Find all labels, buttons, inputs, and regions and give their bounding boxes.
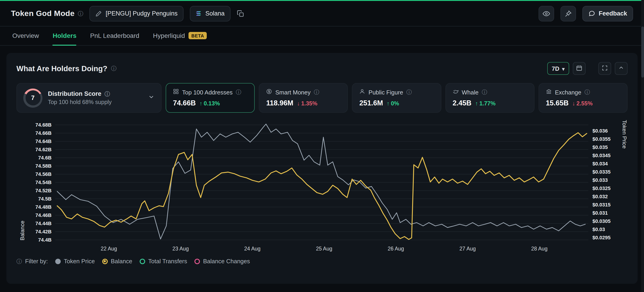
tab-pnl-leaderboard[interactable]: PnL Leaderboard	[90, 26, 139, 46]
chart-canvas[interactable]: 74.68B74.66B74.64B74.62B74.6B74.58B74.56…	[16, 116, 628, 256]
chevron-down-icon[interactable]	[148, 94, 155, 102]
info-icon[interactable]	[314, 90, 319, 95]
expand-icon	[602, 64, 608, 72]
metric-cards-row: 7 Distribution Score Top 100 hold 68% su…	[16, 83, 628, 113]
svg-text:27 Aug: 27 Aug	[460, 246, 476, 252]
svg-text:25 Aug: 25 Aug	[316, 246, 332, 252]
balance-radio-icon	[102, 258, 108, 264]
metric-change: ↓2.55%	[572, 100, 593, 107]
collapse-button[interactable]	[615, 62, 628, 75]
chevron-down-icon	[562, 65, 564, 72]
info-icon[interactable]	[78, 11, 83, 16]
svg-text:$0.035: $0.035	[592, 144, 608, 150]
total-transfers-ring-icon	[140, 258, 145, 264]
token-selector-label: [PENGU] Pudgy Penguins	[106, 10, 178, 17]
calendar-button[interactable]	[573, 62, 586, 75]
svg-text:74.5B: 74.5B	[38, 196, 52, 202]
pin-icon	[564, 10, 572, 17]
metric-card-whale[interactable]: Whale 2.45B ↑1.77%	[445, 83, 534, 113]
metric-value: 15.65B	[546, 99, 569, 107]
distribution-score-value: 7	[25, 90, 40, 106]
info-icon[interactable]	[584, 90, 590, 95]
svg-text:$0.034: $0.034	[592, 161, 608, 166]
scrollbar-thumb[interactable]	[641, 26, 644, 78]
left-axis-title: Balance	[19, 120, 26, 240]
svg-text:74.44B: 74.44B	[35, 220, 52, 226]
person-icon	[360, 88, 365, 96]
info-icon[interactable]	[406, 90, 412, 95]
feedback-button[interactable]: Feedback	[582, 6, 633, 21]
tab-overview[interactable]: Overview	[12, 26, 39, 46]
svg-text:$0.0355: $0.0355	[592, 136, 611, 142]
scrollbar[interactable]	[641, 0, 644, 292]
chain-selector-button[interactable]: Solana	[190, 6, 230, 21]
chat-bubble-icon	[588, 10, 595, 17]
svg-text:74.46B: 74.46B	[35, 212, 52, 218]
pin-button[interactable]	[560, 6, 576, 21]
metric-card-public-figure[interactable]: Public Figure 251.6M ↑0%	[352, 83, 441, 113]
top100-grid-icon	[173, 88, 179, 96]
info-icon[interactable]	[482, 90, 487, 95]
app: Token God Mode [PENGU] Pudgy Penguins	[0, 0, 644, 292]
panel-header: What Are Holders Doing? 7D	[16, 62, 628, 75]
pencil-icon	[96, 10, 102, 17]
svg-text:74.48B: 74.48B	[35, 204, 52, 210]
svg-text:$0.036: $0.036	[592, 128, 608, 134]
distribution-score-subtitle: Top 100 hold 68% supply	[48, 99, 112, 106]
token-selector-button[interactable]: [PENGU] Pudgy Penguins	[90, 6, 184, 21]
distribution-score-card[interactable]: 7 Distribution Score Top 100 hold 68% su…	[16, 83, 162, 113]
copy-address-icon[interactable]	[237, 10, 244, 17]
svg-text:74.62B: 74.62B	[35, 147, 52, 152]
legend-total-transfers[interactable]: Total Transfers	[140, 258, 187, 264]
tab-hyperliquid[interactable]: Hyperliquid BETA	[153, 26, 207, 46]
svg-text:74.52B: 74.52B	[35, 188, 52, 194]
svg-text:74.4B: 74.4B	[38, 237, 52, 243]
bank-icon	[546, 88, 552, 96]
svg-text:$0.0295: $0.0295	[592, 235, 611, 240]
distribution-score-gauge: 7	[23, 88, 42, 108]
info-icon[interactable]	[236, 90, 241, 95]
filter-by-label: Filter by:	[25, 258, 48, 264]
info-icon[interactable]	[104, 91, 110, 96]
legend-token-price[interactable]: Token Price	[55, 258, 95, 264]
chart-filter-legend: Filter by: Token Price Balance Total Tra…	[16, 258, 628, 264]
watch-button[interactable]	[538, 6, 554, 21]
info-icon[interactable]	[16, 258, 22, 264]
calendar-icon	[576, 64, 582, 72]
svg-text:$0.033: $0.033	[592, 177, 608, 183]
svg-text:74.66B: 74.66B	[35, 130, 52, 136]
tab-holders[interactable]: Holders	[53, 26, 76, 46]
metric-card-exchange[interactable]: Exchange 15.65B ↓2.55%	[538, 83, 628, 113]
metric-change: ↑0%	[386, 100, 399, 107]
fullscreen-button[interactable]	[598, 62, 611, 75]
svg-text:74.68B: 74.68B	[35, 122, 52, 128]
distribution-score-title: Distribution Score	[48, 90, 101, 97]
eye-icon	[542, 10, 550, 17]
svg-text:28 Aug: 28 Aug	[531, 246, 548, 252]
legend-balance[interactable]: Balance	[102, 258, 132, 264]
metric-card-top-100-addresses[interactable]: Top 100 Addresses 74.66B ↑0.13%	[166, 83, 255, 113]
metric-card-smart-money[interactable]: Smart Money 118.96M ↓1.35%	[259, 83, 348, 113]
beta-badge: BETA	[188, 32, 207, 39]
timeframe-value: 7D	[552, 65, 559, 72]
svg-text:74.54B: 74.54B	[35, 180, 52, 185]
metric-value: 251.6M	[360, 99, 383, 107]
svg-text:$0.032: $0.032	[592, 194, 608, 200]
solana-icon	[196, 11, 202, 16]
timeframe-select[interactable]: 7D	[547, 62, 569, 75]
svg-text:23 Aug: 23 Aug	[172, 246, 189, 252]
holders-balance-price-chart[interactable]: 74.68B74.66B74.64B74.62B74.6B74.58B74.56…	[16, 116, 628, 256]
legend-balance-changes[interactable]: Balance Changes	[194, 258, 250, 264]
svg-text:$0.0315: $0.0315	[592, 202, 611, 208]
svg-text:$0.0305: $0.0305	[592, 218, 611, 224]
coin-icon	[266, 88, 272, 96]
svg-text:74.6B: 74.6B	[38, 155, 52, 160]
svg-text:74.42B: 74.42B	[35, 229, 52, 234]
page-title: Token God Mode	[11, 9, 74, 18]
svg-text:74.56B: 74.56B	[35, 171, 52, 177]
info-icon[interactable]	[111, 66, 116, 71]
svg-text:$0.0325: $0.0325	[592, 186, 611, 191]
whale-icon	[452, 88, 458, 96]
holders-activity-panel: What Are Holders Doing? 7D	[6, 53, 638, 284]
svg-text:$0.0335: $0.0335	[592, 169, 611, 175]
